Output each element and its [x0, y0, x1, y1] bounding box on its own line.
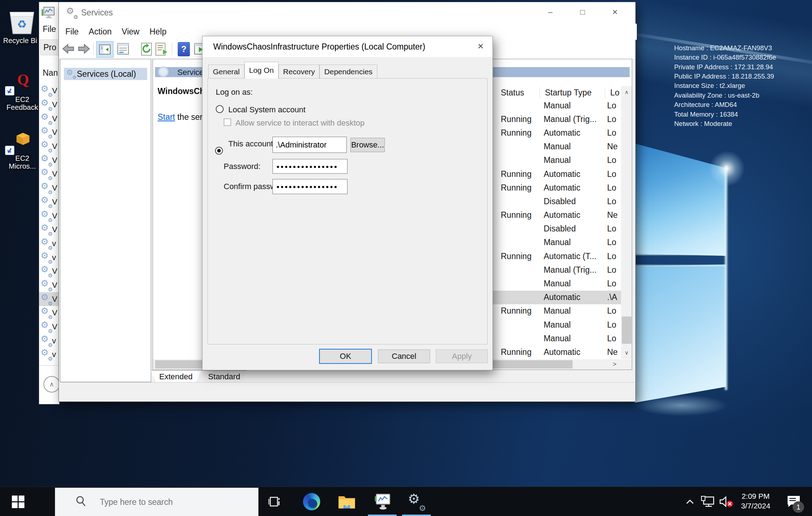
- tab-recovery[interactable]: Recovery: [279, 65, 320, 78]
- account-input[interactable]: [272, 137, 347, 153]
- background-window-file-menu[interactable]: File: [39, 24, 60, 34]
- column-separator[interactable]: [540, 87, 540, 99]
- search-input[interactable]: [99, 497, 258, 507]
- start-button[interactable]: [0, 487, 36, 516]
- service-row[interactable]: Running Automatic Lo: [493, 167, 621, 181]
- forward-button[interactable]: [78, 43, 90, 56]
- scroll-up-button[interactable]: ∧: [621, 86, 632, 98]
- service-row[interactable]: Manual Ne: [493, 140, 621, 154]
- background-service-row[interactable]: ⚙⚙ V: [39, 84, 59, 98]
- services-app-taskbar-icon[interactable]: ⚙⚙: [406, 487, 427, 516]
- scroll-to-top-button[interactable]: ∧: [43, 376, 60, 393]
- background-console-window[interactable]: File Pro Nan ⚙⚙ V ⚙⚙ V ⚙⚙ V ⚙⚙ V: [39, 2, 60, 404]
- close-button[interactable]: ×: [604, 2, 626, 22]
- background-service-row[interactable]: ⚙⚙ V: [39, 181, 59, 195]
- column-header-startup-type[interactable]: Startup Type: [545, 88, 592, 98]
- services-list[interactable]: Manual Lo Running Manual (Trig... Lo Run…: [493, 99, 621, 359]
- service-row[interactable]: Automatic .\A: [493, 291, 621, 304]
- maximize-button[interactable]: □: [572, 2, 593, 22]
- action-center-icon[interactable]: 1: [783, 487, 805, 516]
- menu-action[interactable]: Action: [84, 27, 117, 37]
- local-system-label[interactable]: Local System account: [228, 105, 305, 114]
- vertical-scrollbar-thumb[interactable]: [622, 316, 631, 344]
- column-header-logon-as[interactable]: Lo: [610, 88, 620, 98]
- menu-file[interactable]: File: [60, 27, 84, 37]
- service-row[interactable]: Running Automatic Lo: [493, 181, 621, 194]
- tab-dependencies[interactable]: Dependencies: [319, 65, 377, 78]
- start-service-link[interactable]: Start: [158, 112, 175, 122]
- interact-desktop-checkbox[interactable]: [224, 118, 231, 126]
- background-service-row[interactable]: ⚙⚙ V: [39, 167, 59, 181]
- background-service-row[interactable]: ⚙⚙ v: [39, 250, 59, 264]
- vertical-scrollbar-track[interactable]: [621, 98, 632, 347]
- background-service-row[interactable]: ⚙⚙ v: [39, 334, 59, 348]
- service-row[interactable]: Running Automatic Ne: [493, 345, 621, 359]
- service-row[interactable]: Running Automatic Lo: [493, 126, 621, 140]
- confirm-password-input[interactable]: ●●●●●●●●●●●●●●●: [272, 179, 347, 194]
- service-row[interactable]: Manual (Trig... Lo: [493, 263, 621, 277]
- service-row[interactable]: Manual Lo: [493, 154, 621, 167]
- background-service-row[interactable]: ⚙⚙ V: [39, 278, 59, 292]
- service-row[interactable]: Manual Lo: [493, 318, 621, 332]
- service-row[interactable]: Manual Lo: [493, 99, 621, 112]
- cancel-button[interactable]: Cancel: [378, 350, 430, 363]
- background-service-row[interactable]: ⚙⚙ v: [39, 348, 59, 362]
- background-service-row[interactable]: ⚙⚙ V: [39, 306, 59, 320]
- background-service-row[interactable]: ⚙⚙ V: [39, 140, 59, 154]
- background-service-row[interactable]: ⚙⚙ V: [39, 292, 59, 306]
- background-service-row[interactable]: ⚙⚙ V: [39, 153, 59, 167]
- properties-button[interactable]: [117, 43, 129, 56]
- tab-extended[interactable]: Extended: [150, 370, 201, 383]
- password-input[interactable]: ●●●●●●●●●●●●●●●: [272, 159, 347, 174]
- dialog-close-button[interactable]: ×: [472, 39, 489, 53]
- column-separator[interactable]: [605, 87, 605, 99]
- back-button[interactable]: [62, 43, 75, 56]
- this-account-label[interactable]: This account:: [228, 139, 275, 149]
- background-name-column-header[interactable]: Nan: [43, 68, 58, 78]
- service-row[interactable]: Disabled Lo: [493, 194, 621, 208]
- local-system-radio[interactable]: [216, 105, 224, 113]
- service-row[interactable]: Manual Lo: [493, 236, 621, 249]
- service-row[interactable]: Running Manual Lo: [493, 304, 621, 318]
- service-row[interactable]: Disabled Lo: [493, 222, 621, 236]
- browse-button[interactable]: Browse...: [350, 138, 385, 152]
- background-service-row[interactable]: ⚙⚙ V: [39, 112, 59, 126]
- background-service-row[interactable]: ⚙⚙ V: [39, 223, 59, 237]
- service-row[interactable]: Running Automatic (T... Lo: [493, 249, 621, 263]
- background-service-row[interactable]: ⚙⚙ V: [39, 264, 59, 278]
- background-service-list[interactable]: ⚙⚙ V ⚙⚙ V ⚙⚙ V ⚙⚙ V ⚙⚙ V: [39, 84, 59, 362]
- edge-browser-icon[interactable]: [302, 487, 322, 516]
- scroll-right-button[interactable]: >: [608, 359, 621, 370]
- service-row[interactable]: Running Manual (Trig... Lo: [493, 112, 621, 126]
- background-service-row[interactable]: ⚙⚙ V: [39, 126, 59, 140]
- column-header-status[interactable]: Status: [501, 88, 524, 98]
- export-list-button[interactable]: [155, 42, 169, 57]
- minimize-button[interactable]: –: [540, 2, 561, 22]
- service-row[interactable]: Manual Lo: [493, 332, 621, 345]
- show-console-tree-button[interactable]: [96, 41, 113, 58]
- clock[interactable]: 2:09 PM 3/7/2024: [734, 491, 777, 511]
- menu-view[interactable]: View: [117, 27, 144, 37]
- background-window-pro-tab[interactable]: Pro: [40, 39, 59, 55]
- service-row[interactable]: Running Automatic Ne: [493, 208, 621, 222]
- taskbar-search[interactable]: [55, 488, 258, 516]
- file-explorer-icon[interactable]: [337, 487, 357, 516]
- background-service-row[interactable]: ⚙⚙ V: [39, 209, 59, 223]
- refresh-button[interactable]: [140, 42, 153, 57]
- this-account-radio[interactable]: [215, 147, 223, 155]
- task-view-button[interactable]: [263, 487, 286, 516]
- ok-button[interactable]: OK: [319, 349, 372, 364]
- services-titlebar[interactable]: ⚙⚙ Services – □ ×: [59, 2, 635, 24]
- menu-help[interactable]: Help: [144, 27, 171, 37]
- help-button[interactable]: ?: [178, 42, 190, 56]
- tree-item-services-local[interactable]: ⚙⚙ Services (Local): [64, 68, 147, 80]
- background-service-row[interactable]: ⚙⚙ V: [39, 98, 59, 112]
- tab-standard[interactable]: Standard: [201, 370, 247, 383]
- tab-general[interactable]: General: [208, 65, 244, 78]
- performance-monitor-icon[interactable]: [372, 487, 392, 516]
- scroll-down-button[interactable]: ∨: [621, 347, 632, 359]
- background-service-row[interactable]: ⚙⚙ v: [39, 237, 59, 251]
- dialog-titlebar[interactable]: WindowsChaosInfrastructure Properties (L…: [202, 36, 493, 57]
- tray-expand-chevron[interactable]: [681, 487, 699, 516]
- service-row[interactable]: Manual Lo: [493, 277, 621, 290]
